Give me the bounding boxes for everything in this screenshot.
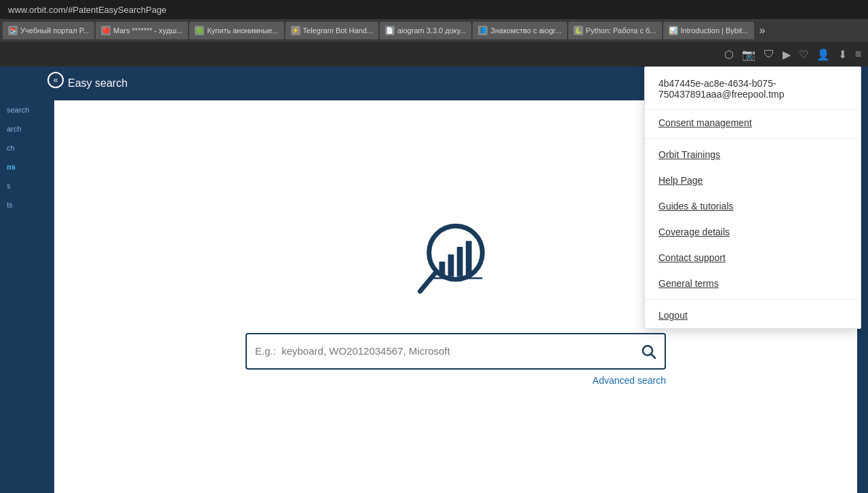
tab-favicon-7: 🐍 — [574, 26, 583, 35]
tab-label-3: Купить анонимные... — [207, 26, 278, 35]
dropdown-item-help[interactable]: Help Page — [645, 167, 861, 193]
dropdown-item-logout[interactable]: Logout — [645, 302, 861, 328]
tab-favicon-2: 🔴 — [101, 26, 111, 35]
heart-icon[interactable]: ♡ — [799, 48, 808, 61]
sidebar-item-arch[interactable]: arch — [0, 119, 54, 138]
dropdown-divider-2 — [645, 299, 861, 300]
sidebar-item-ns[interactable]: ns — [0, 157, 54, 176]
user-dropdown-menu: 4b47445e-ac8e-4634-b075- 750437891aaa@fr… — [644, 66, 861, 329]
svg-rect-4 — [448, 254, 454, 276]
search-input-wrapper — [245, 333, 666, 370]
tab-label-6: Знакомство с aiogr... — [490, 26, 561, 35]
dropdown-item-guides[interactable]: Guides & tutorials — [645, 193, 861, 219]
dropdown-user-id-line2: 750437891aaa@freepool.tmp — [658, 89, 847, 100]
tab-label-8: Introduction | Bybit... — [681, 26, 749, 35]
search-box-container: Advanced search — [245, 333, 666, 386]
advanced-search-link[interactable]: Advanced search — [593, 375, 666, 386]
camera-icon[interactable]: 📷 — [742, 48, 755, 61]
sidebar-item-ch[interactable]: ch — [0, 138, 54, 157]
tab-favicon-8: 📊 — [669, 26, 678, 35]
tab-8[interactable]: 📊 Introduction | Bybit... — [663, 22, 754, 39]
tab-favicon-5: 📄 — [385, 26, 395, 35]
tab-label-4: Telegram Bot Hand... — [303, 26, 373, 35]
tab-3[interactable]: 🟢 Купить анонимные... — [189, 22, 283, 39]
sidebar-item-ts[interactable]: ts — [0, 195, 54, 214]
search-icon — [640, 343, 656, 359]
extensions-icon[interactable]: ⬡ — [724, 48, 734, 61]
svg-rect-5 — [457, 246, 463, 276]
svg-point-1 — [429, 226, 483, 279]
tab-label-1: Учебный портал Р... — [20, 26, 89, 35]
tab-label-2: Mars ******* - худш... — [113, 26, 182, 35]
dropdown-user-id-line1: 4b47445e-ac8e-4634-b075- — [658, 78, 847, 89]
dropdown-divider-1 — [645, 138, 861, 139]
illustration-svg — [395, 208, 517, 303]
tab-1[interactable]: 📚 Учебный портал Р... — [3, 22, 94, 39]
browser-chrome: www.orbit.com/#PatentEasySearchPage 📚 Уч… — [0, 0, 868, 66]
search-illustration — [395, 208, 517, 306]
dropdown-item-consent[interactable]: Consent management — [645, 110, 861, 136]
dropdown-item-general[interactable]: General terms — [645, 271, 861, 296]
tab-4[interactable]: ⚡ Telegram Bot Hand... — [285, 22, 378, 39]
dropdown-header: 4b47445e-ac8e-4634-b075- 750437891aaa@fr… — [645, 67, 861, 110]
app-root: www.orbit.com/#PatentEasySearchPage 📚 Уч… — [0, 0, 868, 493]
tab-7[interactable]: 🐍 Python: Работа с б... — [568, 22, 662, 39]
tab-favicon-1: 📚 — [8, 26, 18, 35]
tab-5[interactable]: 📄 aiogram 3.3.0 доку... — [380, 22, 471, 39]
address-bar: www.orbit.com/#PatentEasySearchPage — [0, 0, 868, 19]
search-button[interactable] — [640, 343, 656, 359]
svg-line-9 — [652, 354, 656, 358]
dropdown-item-support[interactable]: Contact support — [645, 245, 861, 271]
sidebar-item-s[interactable]: s — [0, 176, 54, 195]
sidebar-nav: search arch ch ns s ts — [0, 66, 54, 214]
svg-rect-6 — [466, 241, 472, 277]
tab-favicon-6: 📘 — [478, 26, 488, 35]
play-icon[interactable]: ▶ — [783, 48, 791, 61]
dropdown-item-trainings[interactable]: Orbit Trainings — [645, 142, 861, 167]
sidebar-item-search[interactable]: search — [0, 100, 54, 119]
easy-search-title: Easy search — [68, 77, 127, 90]
user-icon[interactable]: 👤 — [816, 48, 830, 61]
tabs-bar: 📚 Учебный портал Р... 🔴 Mars ******* - х… — [0, 19, 868, 42]
menu-icon[interactable]: ≡ — [855, 48, 861, 60]
tab-6[interactable]: 📘 Знакомство с aiogr... — [473, 22, 566, 39]
sidebar: « search arch ch ns s ts — [0, 66, 54, 493]
svg-line-2 — [420, 273, 435, 291]
tab-favicon-3: 🟢 — [195, 26, 204, 35]
download-icon[interactable]: ⬇ — [838, 48, 847, 61]
sidebar-collapse-button[interactable]: « — [47, 72, 64, 88]
tab-label-7: Python: Работа с б... — [586, 26, 656, 35]
tab-2[interactable]: 🔴 Mars ******* - худш... — [96, 22, 188, 39]
more-tabs-button[interactable]: » — [755, 24, 770, 37]
svg-rect-3 — [439, 261, 446, 276]
shield-icon[interactable]: 🛡 — [764, 48, 774, 60]
browser-toolbar: ⬡ 📷 🛡 ▶ ♡ 👤 ⬇ ≡ — [0, 42, 868, 66]
tab-label-5: aiogram 3.3.0 доку... — [397, 26, 466, 35]
search-input[interactable] — [255, 345, 640, 357]
tab-favicon-4: ⚡ — [291, 26, 300, 35]
dropdown-item-coverage[interactable]: Coverage details — [645, 219, 861, 245]
url-text: www.orbit.com/#PatentEasySearchPage — [8, 5, 166, 15]
